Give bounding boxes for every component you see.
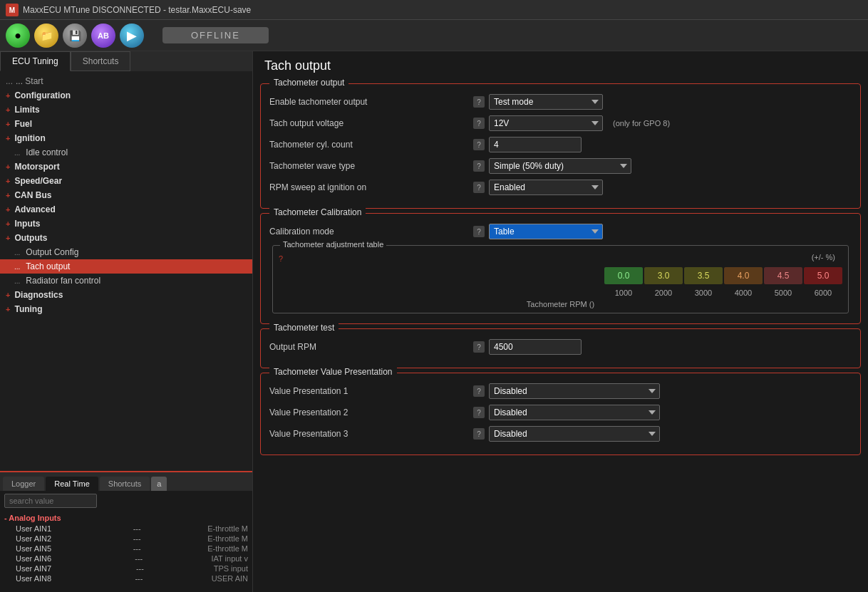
bottom-panel: Logger Real Time Shortcuts a - Analog In… [0, 471, 252, 592]
tab-shortcuts-bottom[interactable]: Shortcuts [100, 477, 150, 491]
sidebar-item-label: Speed/Gear [14, 176, 62, 186]
table-cell-5[interactable]: 5.0 [804, 267, 842, 284]
rpm-label-2: 3000 [684, 289, 723, 297]
input-output-rpm[interactable] [489, 339, 582, 355]
help-btn-vp2[interactable]: ? [473, 407, 485, 418]
help-btn-vp3[interactable]: ? [473, 428, 485, 440]
content-area: Tach output Tachometer output Enable tac… [253, 51, 868, 592]
help-btn-output-rpm[interactable]: ? [473, 341, 485, 353]
sidebar-item-tuning[interactable]: + Tuning [0, 302, 252, 316]
search-input[interactable] [4, 494, 97, 508]
item-name: User AIN7 [16, 564, 51, 573]
tab-extra[interactable]: a [151, 477, 167, 491]
sidebar-item-advanced[interactable]: + Advanced [0, 202, 252, 217]
form-row-calibration-mode: Calibration mode ? Table Off Custom [269, 224, 852, 239]
sidebar-item-outputs[interactable]: + Outputs [0, 231, 252, 245]
tab-ecu-tuning[interactable]: ECU Tuning [0, 51, 71, 71]
app-logo: M [6, 4, 19, 16]
sidebar-item-ignition[interactable]: + Ignition [0, 131, 252, 145]
save-button[interactable]: 💾 [63, 24, 87, 48]
input-cyl-count[interactable] [489, 137, 582, 152]
form-row-enable: Enable tachometer output ? Test mode Dis… [269, 94, 852, 110]
play-button[interactable]: ▶ [120, 24, 144, 48]
select-vp3[interactable]: Disabled [489, 426, 660, 442]
rpm-label-1: 2000 [644, 289, 683, 297]
sidebar-item-label: Diagnostics [14, 290, 63, 300]
sidebar-item-label: ... Start [16, 76, 43, 86]
sidebar-item-label: Radiator fan control [26, 276, 100, 286]
help-btn-vp1[interactable]: ? [473, 385, 485, 397]
adj-table-container: Tachometer adjustment table ? (+/- %) 0.… [272, 245, 849, 313]
sidebar-item-label: Limits [14, 105, 39, 115]
label-vp3: Value Presentation 3 [269, 429, 469, 439]
tab-shortcuts[interactable]: Shortcuts [71, 51, 131, 71]
item-name: User AIN6 [16, 554, 51, 563]
select-calibration-mode[interactable]: Table Off Custom [489, 224, 603, 239]
label-vp2: Value Presentation 2 [269, 407, 469, 417]
sidebar-nav: ... ... Start + Configuration + Limits +… [0, 71, 252, 471]
sidebar-item-diagnostics[interactable]: + Diagnostics [0, 288, 252, 302]
sidebar-item-limits[interactable]: + Limits [0, 103, 252, 117]
sidebar-item-radiator-fan[interactable]: ... Radiator fan control [0, 274, 252, 288]
sidebar-item-motorsport[interactable]: + Motorsport [0, 160, 252, 174]
sidebar-item-can-bus[interactable]: + CAN Bus [0, 188, 252, 202]
sidebar-item-fuel[interactable]: + Fuel [0, 117, 252, 131]
sidebar-item-label: Tach output [26, 261, 70, 271]
sidebar-item-configuration[interactable]: + Configuration [0, 88, 252, 103]
select-wave-type[interactable]: Simple (50% duty) Sharp [489, 158, 631, 174]
green-button[interactable]: ● [6, 24, 30, 48]
dot-icon: ... [14, 149, 20, 157]
voltage-note: (only for GPO 8) [613, 119, 670, 128]
table-cell-2[interactable]: 3.5 [684, 267, 723, 284]
table-cell-0[interactable]: 0.0 [604, 267, 643, 284]
sidebar-item-label: CAN Bus [14, 190, 51, 200]
sidebar-item-speed-gear[interactable]: + Speed/Gear [0, 174, 252, 188]
expand-icon: + [6, 305, 10, 313]
sidebar-item-tach-output[interactable]: ... Tach output [0, 259, 252, 274]
help-btn-cyl[interactable]: ? [473, 139, 485, 150]
expand-icon: + [6, 234, 10, 242]
help-btn-voltage[interactable]: ? [473, 118, 485, 129]
select-voltage[interactable]: 12V 5V [489, 115, 603, 131]
help-btn-wave[interactable]: ? [473, 160, 485, 172]
sidebar-item-label: Configuration [14, 90, 71, 100]
select-vp2[interactable]: Disabled [489, 405, 660, 420]
help-btn-calibration[interactable]: ? [473, 226, 485, 237]
dot-icon: ... [14, 249, 20, 256]
item-val: --- [113, 544, 141, 553]
sidebar-item-label: Idle control [26, 147, 68, 157]
select-enable-tach[interactable]: Test mode Disabled Enabled [489, 94, 603, 110]
rpm-label-3: 4000 [724, 289, 763, 297]
sidebar-item-start[interactable]: ... ... Start [0, 74, 252, 88]
tab-realtime[interactable]: Real Time [46, 477, 98, 491]
help-btn-rpm-sweep[interactable]: ? [473, 182, 485, 193]
section-body-value-pres: Value Presentation 1 ? Disabled Value Pr… [261, 373, 860, 455]
help-btn-enable[interactable]: ? [473, 96, 485, 108]
select-rpm-sweep[interactable]: Enabled Disabled [489, 180, 603, 195]
sidebar-item-inputs[interactable]: + Inputs [0, 217, 252, 231]
sidebar-item-output-config[interactable]: ... Output Config [0, 245, 252, 259]
label-calibration-mode: Calibration mode [269, 227, 469, 237]
ab-button[interactable]: AB [91, 24, 115, 48]
item-desc: E-throttle M [207, 544, 248, 553]
item-desc: E-throttle M [207, 524, 248, 533]
form-row-vp3: Value Presentation 3 ? Disabled [269, 426, 852, 442]
folder-button[interactable]: 📁 [34, 24, 58, 48]
select-vp1[interactable]: Disabled [489, 383, 660, 399]
section-title-value-pres: Tachometer Value Presentation [269, 367, 397, 377]
expand-icon: + [6, 105, 10, 114]
table-cell-3[interactable]: 4.0 [724, 267, 763, 284]
label-output-rpm: Output RPM [269, 342, 469, 352]
offline-badge: OFFLINE [162, 27, 269, 43]
rpm-labels: 1000 2000 3000 4000 5000 6000 [604, 289, 842, 297]
expand-icon: + [6, 162, 10, 171]
sidebar-item-idle-control[interactable]: ... Idle control [0, 145, 252, 160]
item-name: User AIN2 [16, 534, 51, 543]
sidebar-item-label: Tuning [14, 304, 42, 314]
table-cell-4[interactable]: 4.5 [764, 267, 802, 284]
list-item: User AIN7 --- TPS input [4, 564, 248, 573]
table-cell-1[interactable]: 3.0 [644, 267, 683, 284]
sidebar-item-label: Ignition [14, 133, 45, 143]
tab-logger[interactable]: Logger [3, 477, 44, 491]
toolbar: ● 📁 💾 AB ▶ OFFLINE [0, 20, 868, 51]
